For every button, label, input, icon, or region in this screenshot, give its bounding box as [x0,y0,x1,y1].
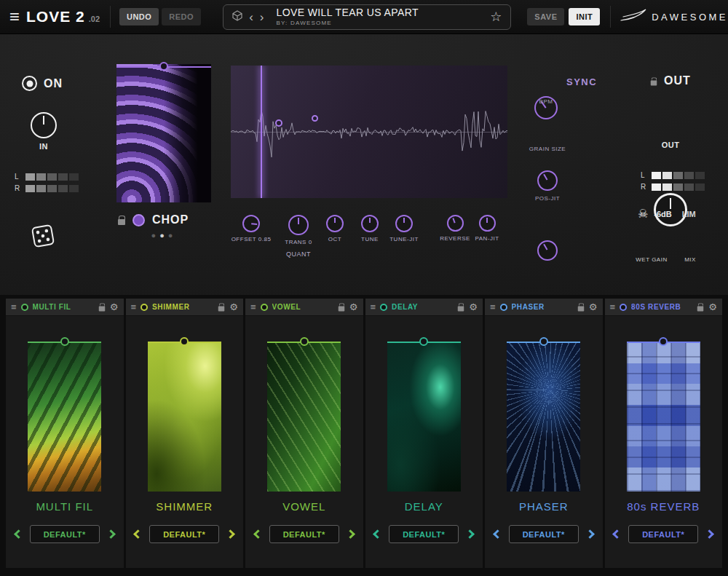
prev-preset-button[interactable]: ‹ [249,11,253,23]
fx-prev-preset-button[interactable] [133,529,143,539]
fx-slider-handle[interactable] [60,337,69,346]
fx-next-preset-button[interactable] [346,529,355,539]
pan-jit-knob[interactable] [479,215,496,232]
fx-next-preset-button[interactable] [585,529,595,539]
pos-jit-knob[interactable] [537,240,558,261]
undo-button[interactable]: UNDO [119,8,159,25]
fx-slider-handle[interactable] [419,337,428,346]
fx-prev-preset-button[interactable] [373,529,382,539]
fx-next-preset-button[interactable] [226,529,235,539]
fx-enable-led[interactable] [380,304,387,311]
tune-jit-knob[interactable] [395,215,413,232]
fx-name: VOWEL [272,303,333,311]
favorite-star-icon[interactable]: ☆ [490,9,502,25]
chop-lock-icon[interactable] [118,219,125,225]
fx-lock-icon[interactable] [458,307,464,312]
fx-artwork[interactable] [28,342,101,492]
source-position-handle[interactable] [159,62,168,71]
fx-preset-row: DEFAULT* [494,525,593,543]
tune-knob[interactable] [361,215,379,232]
save-button[interactable]: SAVE [527,8,564,25]
fx-next-preset-button[interactable] [106,529,116,539]
fx-menu-icon[interactable]: ≡ [250,302,256,312]
fx-artwork[interactable] [267,342,341,492]
offset-label: OFFSET 0.85 [226,236,277,242]
fx-menu-icon[interactable]: ≡ [610,302,616,312]
fx-prev-preset-button[interactable] [493,529,502,539]
menu-icon[interactable]: ≡ [9,8,20,25]
fx-enable-led[interactable] [141,304,148,311]
fx-enable-led[interactable] [620,304,627,311]
fx-enable-led[interactable] [21,304,28,311]
fx-enable-led[interactable] [261,304,268,311]
grain-size-knob[interactable] [537,170,558,191]
limiter-skull-icon[interactable]: ☠ [638,207,648,221]
fx-next-preset-button[interactable] [705,529,714,539]
next-preset-button[interactable]: › [260,11,264,23]
grain-marker [312,115,318,122]
output-meter-l: L [641,171,705,179]
meter-segments [25,173,79,181]
chop-page-dots[interactable]: ●●● [116,231,211,240]
fx-gear-icon[interactable]: ⚙ [708,302,717,312]
fx-gear-icon[interactable]: ⚙ [229,302,238,312]
fx-slider-handle[interactable] [659,337,668,346]
fx-preset-select[interactable]: DEFAULT* [389,525,459,543]
fx-prev-preset-button[interactable] [612,529,622,539]
fx-prev-preset-button[interactable] [253,529,263,539]
randomize-dice-icon[interactable] [28,220,58,255]
fx-title: 80s REVERB [627,500,700,513]
fx-gear-icon[interactable]: ⚙ [469,302,478,312]
meter-label-l: L [641,171,646,179]
preset-browser[interactable]: ‹ › LOVE WILL TEAR US APART BY: DAWESOME… [223,4,511,30]
fx-lock-icon[interactable] [218,307,225,312]
fx-slider-handle[interactable] [539,337,548,346]
pan-jit-label: PAN-JIT [462,235,513,242]
in-label: IN [28,142,60,151]
wet-gain-label: WET GAIN [632,256,671,263]
fx-gear-icon[interactable]: ⚙ [110,302,119,312]
redo-button[interactable]: REDO [162,8,201,25]
on-toggle[interactable]: ON [22,76,63,91]
fx-lock-icon[interactable] [339,307,345,312]
on-toggle-ring[interactable] [22,76,37,91]
bpm-label: BPM [528,98,564,105]
fx-lock-icon[interactable] [578,307,585,312]
chop-toggle[interactable] [132,214,145,226]
fx-lock-icon[interactable] [697,307,704,312]
oct-knob[interactable] [326,215,344,232]
fx-artwork[interactable] [627,342,700,492]
fx-menu-icon[interactable]: ≡ [131,302,137,312]
fx-preset-select[interactable]: DEFAULT* [149,525,219,543]
fx-next-preset-button[interactable] [465,529,475,539]
fx-prev-preset-button[interactable] [14,529,23,539]
fx-slider-handle[interactable] [300,337,309,346]
fx-gear-icon[interactable]: ⚙ [349,302,358,312]
fx-artwork[interactable] [148,342,221,492]
fx-module-vowel: ≡ VOWEL ⚙ VOWEL DEFAULT* [245,299,363,568]
offset-knob[interactable] [242,215,260,232]
fx-menu-icon[interactable]: ≡ [11,302,17,312]
fx-preset-select[interactable]: DEFAULT* [269,525,339,543]
fx-slider-handle[interactable] [180,337,189,346]
fx-menu-icon[interactable]: ≡ [371,302,376,312]
fx-preset-select[interactable]: DEFAULT* [628,525,698,543]
waveform-display[interactable] [231,66,507,198]
fx-artwork[interactable] [507,342,580,492]
fx-lock-icon[interactable] [99,307,106,312]
quant-label[interactable]: QUANT [273,250,324,258]
init-button[interactable]: INIT [569,8,600,25]
fx-artwork[interactable] [387,342,461,492]
fx-gear-icon[interactable]: ⚙ [589,302,598,312]
trans-knob[interactable] [288,215,309,235]
fx-preset-select[interactable]: DEFAULT* [509,525,579,543]
fx-menu-icon[interactable]: ≡ [490,302,496,312]
preset-title: LOVE WILL TEAR US APART [276,7,418,18]
in-knob[interactable] [31,112,57,138]
fx-preset-select[interactable]: DEFAULT* [30,525,100,543]
out-lock-icon[interactable] [651,80,657,85]
fx-enable-led[interactable] [500,304,507,311]
source-artwork[interactable] [116,64,211,202]
fx-module-80s-reverb: ≡ 80S REVERB ⚙ 80s REVERB DEFAULT* [605,299,723,568]
divider [110,6,111,28]
